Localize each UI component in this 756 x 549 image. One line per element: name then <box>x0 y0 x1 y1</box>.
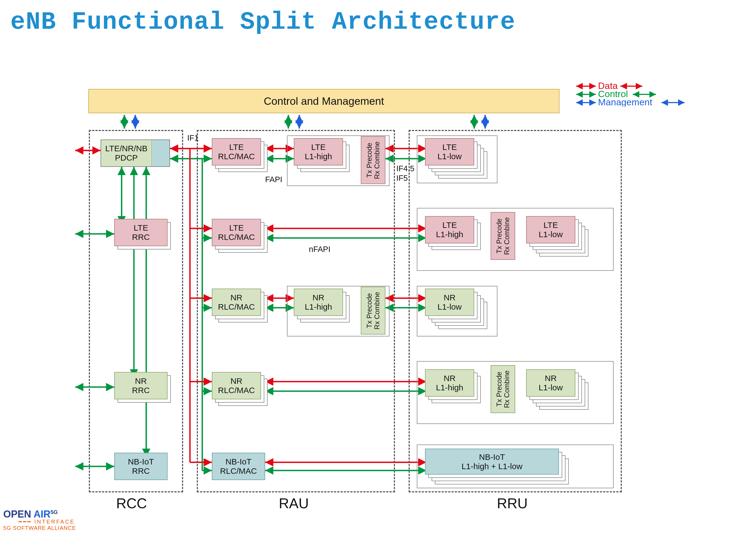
page-title: eNB Functional Split Architecture <box>10 8 515 36</box>
legend-data: Data Data <box>574 82 687 90</box>
rau-label: RAU <box>279 495 309 512</box>
legend-management: Management Management <box>574 98 687 107</box>
svg-text:Management: Management <box>598 98 652 107</box>
fapi-label: FAPI <box>265 175 282 184</box>
openair-logo: OPEN AIR5G ━━━ INTERFACE 5G SOFTWARE ALL… <box>3 509 76 531</box>
nr-l1low-1: NRL1-low <box>425 289 474 316</box>
lte-l1low-1: LTEL1-low <box>425 138 474 165</box>
lte-rlcmac-2: LTERLC/MAC <box>212 219 261 246</box>
nr-rlcmac-1: NRRLC/MAC <box>212 289 261 316</box>
legend-control: Control Control <box>574 90 687 98</box>
rcc-zone <box>89 130 183 492</box>
lte-rlcmac-1: LTERLC/MAC <box>212 138 261 165</box>
if1-label: IF1 <box>187 133 199 142</box>
lte-l1low-2: LTEL1-low <box>526 216 575 243</box>
nr-l1low-2: NRL1-low <box>526 369 575 397</box>
lte-rrc-card: LTERRC <box>114 219 168 246</box>
lte-txrx-1: Tx PrecodeRx Combine <box>361 136 385 184</box>
pdcp-card: LTE/NR/NBPDCP <box>101 139 170 167</box>
control-management-bar: Control and Management <box>88 89 559 113</box>
nr-txrx-2: Tx PrecodeRx Combine <box>491 365 515 413</box>
lte-l1high-1: LTEL1-high <box>294 138 343 165</box>
nb-rlcmac: NB-IoTRLC/MAC <box>212 453 265 480</box>
svg-text:Control: Control <box>598 90 628 98</box>
nb-l1: NB-IoTL1-high + L1-low <box>425 449 559 475</box>
nr-rlcmac-2: NRRLC/MAC <box>212 372 261 399</box>
legend: Data Data Control Control Management Man… <box>574 82 687 107</box>
if5-label: IF5 <box>396 174 408 183</box>
nfapi-label: nFAPI <box>309 245 330 254</box>
lte-l1high-2: LTEL1-high <box>425 216 474 243</box>
nr-rrc-card: NRRRC <box>114 372 168 399</box>
nr-l1high-1: NRL1-high <box>294 289 343 316</box>
nr-l1high-2: NRL1-high <box>425 369 474 397</box>
rru-label: RRU <box>497 495 528 512</box>
rcc-label: RCC <box>116 495 147 512</box>
lte-txrx-2: Tx PrecodeRx Combine <box>491 212 515 260</box>
if45-label: IF4.5 <box>396 164 414 173</box>
nr-txrx-1: Tx PrecodeRx Combine <box>361 287 385 335</box>
svg-text:Data: Data <box>598 82 618 90</box>
nb-rrc-card: NB-IoTRRC <box>114 453 168 480</box>
